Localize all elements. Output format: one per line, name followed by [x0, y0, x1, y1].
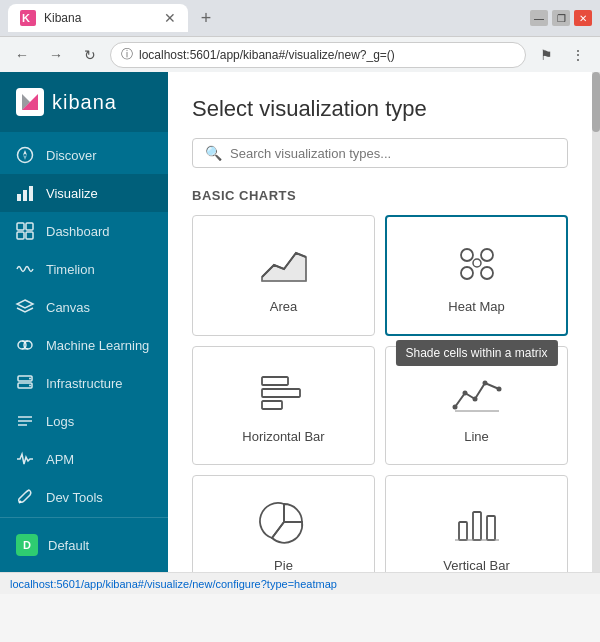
url-text: localhost:5601/app/kibana#/visualize/new… — [139, 48, 395, 62]
chart-card-area[interactable]: Area — [192, 215, 375, 336]
svg-rect-37 — [262, 401, 282, 409]
close-button[interactable]: ✕ — [574, 10, 592, 26]
sidebar-item-logs-label: Logs — [46, 414, 74, 429]
chart-card-horizontal-bar[interactable]: Horizontal Bar — [192, 346, 375, 465]
bookmark-button[interactable]: ⚑ — [532, 41, 560, 69]
sidebar-item-machine-learning[interactable]: Machine Learning — [0, 326, 168, 364]
sidebar-item-dev-tools-label: Dev Tools — [46, 490, 103, 505]
wrench-icon — [16, 488, 34, 506]
svg-rect-11 — [26, 223, 33, 230]
svg-point-33 — [481, 267, 493, 279]
layers-icon — [16, 298, 34, 316]
svg-marker-5 — [23, 150, 27, 155]
heatmap-tooltip: Shade cells within a matrix — [395, 340, 557, 366]
svg-rect-13 — [26, 232, 33, 239]
page-title: Select visualization type — [192, 96, 568, 122]
forward-button[interactable]: → — [42, 41, 70, 69]
horizontal-bar-chart-icon — [258, 367, 310, 419]
new-tab-button[interactable]: + — [192, 4, 220, 32]
sidebar-item-timelion[interactable]: Timelion — [0, 250, 168, 288]
nav-bar: ← → ↻ ⓘ localhost:5601/app/kibana#/visua… — [0, 36, 600, 72]
tab-close-button[interactable]: ✕ — [164, 10, 176, 26]
scrollbar-thumb[interactable] — [592, 72, 600, 132]
search-input[interactable] — [230, 146, 555, 161]
svg-point-40 — [472, 397, 477, 402]
activity-icon — [16, 450, 34, 468]
svg-line-26 — [19, 501, 21, 503]
server-icon — [16, 374, 34, 392]
svg-text:K: K — [22, 12, 30, 24]
pie-chart-icon — [258, 496, 310, 548]
line-chart-icon — [451, 367, 503, 419]
main-content: Select visualization type 🔍 Basic Charts… — [168, 72, 592, 572]
section-title-basic-charts: Basic Charts — [192, 188, 568, 203]
grid-icon — [16, 222, 34, 240]
sidebar-item-dev-tools[interactable]: Dev Tools — [0, 478, 168, 516]
chart-label-area: Area — [270, 299, 297, 314]
heatmap-chart-icon — [451, 237, 503, 289]
sidebar: kibana Discover — [0, 72, 168, 572]
sidebar-logo: kibana — [0, 72, 168, 132]
sidebar-item-dashboard[interactable]: Dashboard — [0, 212, 168, 250]
svg-point-16 — [24, 341, 32, 349]
chart-label-line: Line — [464, 429, 489, 444]
scrollbar-track[interactable] — [592, 72, 600, 572]
chart-card-pie[interactable]: Pie — [192, 475, 375, 572]
user-label: Default — [48, 538, 89, 553]
sidebar-item-discover[interactable]: Discover — [0, 136, 168, 174]
restore-button[interactable]: ❐ — [552, 10, 570, 26]
svg-point-41 — [482, 381, 487, 386]
sidebar-item-apm-label: APM — [46, 452, 74, 467]
back-button[interactable]: ← — [8, 41, 36, 69]
svg-rect-7 — [17, 194, 21, 201]
svg-point-38 — [452, 405, 457, 410]
svg-point-30 — [461, 249, 473, 261]
svg-point-32 — [461, 267, 473, 279]
kibana-logo-svg — [20, 92, 40, 112]
sidebar-nav: Discover Visualize — [0, 132, 168, 517]
chart-card-heatmap[interactable]: Heat Map Shade cells within a matrix — [385, 215, 568, 336]
nav-right-icons: ⚑ ⋮ — [532, 41, 592, 69]
sidebar-item-infrastructure-label: Infrastructure — [46, 376, 123, 391]
compass-icon — [16, 146, 34, 164]
sidebar-item-infrastructure[interactable]: Infrastructure — [0, 364, 168, 402]
sidebar-item-visualize-label: Visualize — [46, 186, 98, 201]
menu-button[interactable]: ⋮ — [564, 41, 592, 69]
sidebar-item-dashboard-label: Dashboard — [46, 224, 110, 239]
user-item[interactable]: D Default — [16, 528, 152, 562]
sidebar-item-timelion-label: Timelion — [46, 262, 95, 277]
reload-button[interactable]: ↻ — [76, 41, 104, 69]
svg-point-31 — [481, 249, 493, 261]
svg-rect-12 — [17, 232, 24, 239]
tab-favicon: K — [20, 10, 36, 26]
search-bar: 🔍 — [192, 138, 568, 168]
minimize-button[interactable]: — — [530, 10, 548, 26]
chart-card-vertical-bar[interactable]: Vertical Bar — [385, 475, 568, 572]
svg-rect-9 — [29, 186, 33, 201]
sidebar-item-apm[interactable]: APM — [0, 440, 168, 478]
sidebar-item-discover-label: Discover — [46, 148, 97, 163]
chart-label-pie: Pie — [274, 558, 293, 572]
svg-rect-45 — [473, 512, 481, 540]
window-controls: — ❐ ✕ — [530, 10, 592, 26]
browser-tab[interactable]: K Kibana ✕ — [8, 4, 188, 32]
sidebar-item-visualize[interactable]: Visualize — [0, 174, 168, 212]
sidebar-item-logs[interactable]: Logs — [0, 402, 168, 440]
bar-chart-icon — [16, 184, 34, 202]
svg-rect-36 — [262, 389, 300, 397]
url-bar[interactable]: ⓘ localhost:5601/app/kibana#/visualize/n… — [110, 42, 526, 68]
brain-icon — [16, 336, 34, 354]
svg-marker-14 — [17, 300, 33, 308]
svg-rect-8 — [23, 190, 27, 201]
list-icon — [16, 412, 34, 430]
sidebar-item-canvas[interactable]: Canvas — [0, 288, 168, 326]
lock-icon: ⓘ — [121, 46, 133, 63]
svg-point-22 — [29, 385, 31, 387]
sidebar-bottom: D Default — [0, 517, 168, 572]
svg-marker-28 — [262, 253, 306, 281]
tab-title: Kibana — [44, 11, 156, 25]
svg-point-21 — [29, 378, 31, 380]
svg-rect-10 — [17, 223, 24, 230]
chart-label-horizontal-bar: Horizontal Bar — [242, 429, 324, 444]
svg-point-39 — [462, 391, 467, 396]
